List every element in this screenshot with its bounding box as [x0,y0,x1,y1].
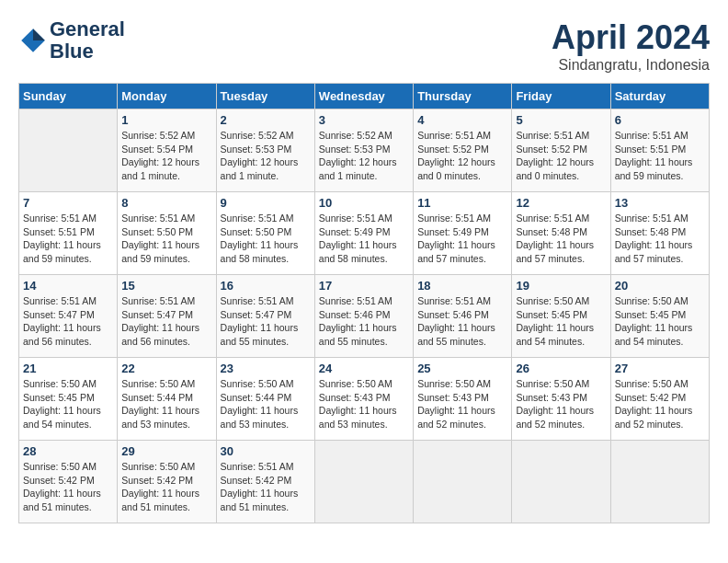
calendar-cell [414,441,512,523]
week-row-4: 21Sunrise: 5:50 AM Sunset: 5:45 PM Dayli… [19,358,710,441]
calendar-cell: 16Sunrise: 5:51 AM Sunset: 5:47 PM Dayli… [216,275,314,358]
calendar-cell: 24Sunrise: 5:50 AM Sunset: 5:43 PM Dayli… [314,358,413,441]
day-info: Sunrise: 5:51 AM Sunset: 5:47 PM Dayligh… [23,294,113,349]
calendar-cell: 23Sunrise: 5:50 AM Sunset: 5:44 PM Dayli… [216,358,314,441]
day-number: 15 [121,279,211,293]
header-row: SundayMondayTuesdayWednesdayThursdayFrid… [19,84,710,109]
calendar-cell: 3Sunrise: 5:52 AM Sunset: 5:53 PM Daylig… [314,109,413,192]
day-info: Sunrise: 5:51 AM Sunset: 5:46 PM Dayligh… [319,294,409,349]
day-number: 5 [516,113,606,127]
calendar-cell: 15Sunrise: 5:51 AM Sunset: 5:47 PM Dayli… [118,275,216,358]
day-info: Sunrise: 5:51 AM Sunset: 5:50 PM Dayligh… [121,212,211,266]
calendar-cell: 19Sunrise: 5:50 AM Sunset: 5:45 PM Dayli… [512,275,610,358]
day-number: 29 [121,444,211,458]
column-header-tuesday: Tuesday [216,84,314,109]
day-info: Sunrise: 5:50 AM Sunset: 5:45 PM Dayligh… [516,294,606,349]
calendar-cell: 29Sunrise: 5:50 AM Sunset: 5:42 PM Dayli… [118,441,216,523]
calendar-cell: 11Sunrise: 5:51 AM Sunset: 5:49 PM Dayli… [414,192,512,275]
calendar-cell: 27Sunrise: 5:50 AM Sunset: 5:42 PM Dayli… [610,358,709,441]
day-number: 22 [121,362,211,375]
day-number: 26 [516,362,606,375]
day-number: 20 [615,279,705,293]
day-info: Sunrise: 5:51 AM Sunset: 5:52 PM Dayligh… [417,129,507,183]
day-number: 30 [221,444,311,458]
day-number: 16 [221,279,311,293]
day-number: 18 [417,279,507,293]
calendar-cell: 6Sunrise: 5:51 AM Sunset: 5:51 PM Daylig… [610,109,709,192]
column-header-friday: Friday [512,84,610,109]
day-number: 23 [221,362,311,375]
calendar-cell: 7Sunrise: 5:51 AM Sunset: 5:51 PM Daylig… [19,192,118,275]
week-row-5: 28Sunrise: 5:50 AM Sunset: 5:42 PM Dayli… [19,441,710,523]
column-header-thursday: Thursday [414,84,512,109]
day-info: Sunrise: 5:51 AM Sunset: 5:51 PM Dayligh… [23,212,113,266]
day-info: Sunrise: 5:50 AM Sunset: 5:43 PM Dayligh… [516,377,606,431]
calendar-cell [19,109,118,192]
calendar-cell [512,441,610,523]
day-number: 9 [221,196,311,210]
month-title: April 2024 [552,18,710,57]
calendar-cell [610,441,709,523]
column-header-saturday: Saturday [610,84,709,109]
day-info: Sunrise: 5:51 AM Sunset: 5:52 PM Dayligh… [516,129,606,183]
day-info: Sunrise: 5:50 AM Sunset: 5:44 PM Dayligh… [221,377,311,431]
day-number: 24 [319,362,409,375]
day-info: Sunrise: 5:50 AM Sunset: 5:45 PM Dayligh… [23,377,113,431]
calendar-cell: 12Sunrise: 5:51 AM Sunset: 5:48 PM Dayli… [512,192,610,275]
calendar-cell: 22Sunrise: 5:50 AM Sunset: 5:44 PM Dayli… [118,358,216,441]
svg-marker-1 [33,29,45,40]
day-number: 7 [23,196,113,210]
day-number: 21 [23,362,113,375]
logo: General Blue [18,18,125,63]
day-number: 17 [319,279,409,293]
calendar-cell: 9Sunrise: 5:51 AM Sunset: 5:50 PM Daylig… [216,192,314,275]
calendar-cell: 4Sunrise: 5:51 AM Sunset: 5:52 PM Daylig… [414,109,512,192]
day-number: 4 [417,113,507,127]
calendar-cell: 8Sunrise: 5:51 AM Sunset: 5:50 PM Daylig… [118,192,216,275]
calendar-cell [314,441,413,523]
day-info: Sunrise: 5:51 AM Sunset: 5:48 PM Dayligh… [615,212,705,266]
day-number: 1 [121,113,211,127]
calendar-cell: 26Sunrise: 5:50 AM Sunset: 5:43 PM Dayli… [512,358,610,441]
day-info: Sunrise: 5:50 AM Sunset: 5:43 PM Dayligh… [417,377,507,431]
day-info: Sunrise: 5:51 AM Sunset: 5:50 PM Dayligh… [221,212,311,266]
calendar-cell: 20Sunrise: 5:50 AM Sunset: 5:45 PM Dayli… [610,275,709,358]
day-number: 12 [516,196,606,210]
day-info: Sunrise: 5:52 AM Sunset: 5:53 PM Dayligh… [221,129,311,183]
column-header-monday: Monday [118,84,216,109]
day-number: 3 [319,113,409,127]
day-info: Sunrise: 5:51 AM Sunset: 5:46 PM Dayligh… [417,294,507,349]
day-info: Sunrise: 5:51 AM Sunset: 5:42 PM Dayligh… [221,460,311,514]
title-block: April 2024 Sindangratu, Indonesia [552,18,710,74]
calendar-cell: 1Sunrise: 5:52 AM Sunset: 5:54 PM Daylig… [118,109,216,192]
day-number: 27 [615,362,705,375]
week-row-3: 14Sunrise: 5:51 AM Sunset: 5:47 PM Dayli… [19,275,710,358]
calendar-cell: 13Sunrise: 5:51 AM Sunset: 5:48 PM Dayli… [610,192,709,275]
location-subtitle: Sindangratu, Indonesia [552,57,710,74]
day-info: Sunrise: 5:51 AM Sunset: 5:49 PM Dayligh… [319,212,409,266]
calendar-cell: 28Sunrise: 5:50 AM Sunset: 5:42 PM Dayli… [19,441,118,523]
day-number: 2 [221,113,311,127]
day-info: Sunrise: 5:50 AM Sunset: 5:45 PM Dayligh… [615,294,705,349]
day-number: 10 [319,196,409,210]
day-info: Sunrise: 5:50 AM Sunset: 5:44 PM Dayligh… [121,377,211,431]
day-number: 13 [615,196,705,210]
calendar-cell: 25Sunrise: 5:50 AM Sunset: 5:43 PM Dayli… [414,358,512,441]
day-number: 8 [121,196,211,210]
day-info: Sunrise: 5:51 AM Sunset: 5:47 PM Dayligh… [221,294,311,349]
calendar-cell: 5Sunrise: 5:51 AM Sunset: 5:52 PM Daylig… [512,109,610,192]
calendar-cell: 21Sunrise: 5:50 AM Sunset: 5:45 PM Dayli… [19,358,118,441]
day-info: Sunrise: 5:52 AM Sunset: 5:53 PM Dayligh… [319,129,409,183]
week-row-2: 7Sunrise: 5:51 AM Sunset: 5:51 PM Daylig… [19,192,710,275]
day-info: Sunrise: 5:51 AM Sunset: 5:49 PM Dayligh… [417,212,507,266]
day-number: 28 [23,444,113,458]
day-info: Sunrise: 5:50 AM Sunset: 5:42 PM Dayligh… [121,460,211,514]
week-row-1: 1Sunrise: 5:52 AM Sunset: 5:54 PM Daylig… [19,109,710,192]
calendar-cell: 17Sunrise: 5:51 AM Sunset: 5:46 PM Dayli… [314,275,413,358]
day-number: 11 [417,196,507,210]
calendar-cell: 30Sunrise: 5:51 AM Sunset: 5:42 PM Dayli… [216,441,314,523]
day-number: 25 [417,362,507,375]
column-header-wednesday: Wednesday [314,84,413,109]
calendar-cell: 10Sunrise: 5:51 AM Sunset: 5:49 PM Dayli… [314,192,413,275]
day-number: 6 [615,113,705,127]
